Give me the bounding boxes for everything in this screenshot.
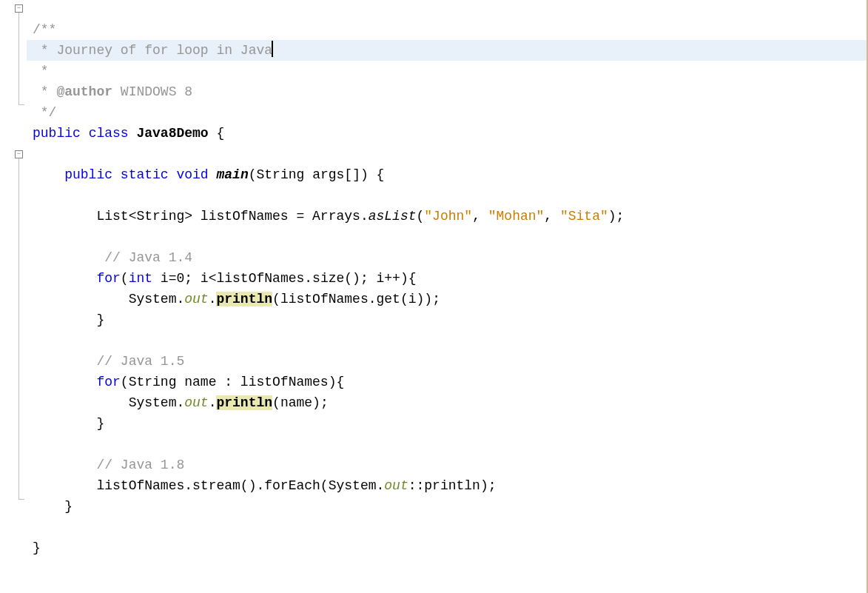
code-line: System.out.println(listOfNames.get(i)); [27, 289, 867, 309]
code-line: */ [27, 102, 867, 123]
code-line: for(int i=0; i<listOfNames.size(); i++){ [27, 268, 867, 289]
code-line: public static void main(String args[]) { [27, 164, 867, 185]
code-editor: − − /** * Journey of for loop in Java * … [0, 0, 868, 593]
code-area[interactable]: /** * Journey of for loop in Java * * @a… [27, 0, 867, 593]
gutter: − − [0, 0, 27, 593]
code-line: * @author WINDOWS 8 [27, 81, 867, 102]
code-line: } [27, 413, 867, 434]
code-line: } [27, 496, 867, 517]
code-line: System.out.println(name); [27, 392, 867, 413]
code-line: public class Java8Demo { [27, 123, 867, 144]
text-caret [272, 41, 273, 57]
code-line [27, 185, 867, 206]
code-line: // Java 1.8 [27, 455, 867, 475]
fold-icon-javadoc[interactable]: − [15, 4, 23, 13]
code-line: * [27, 61, 867, 81]
code-line [27, 330, 867, 351]
code-line [27, 517, 867, 537]
code-line-active: * Journey of for loop in Java [27, 40, 867, 61]
code-line: // Java 1.4 [27, 247, 867, 268]
code-line: List<String> listOfNames = Arrays.asList… [27, 206, 867, 227]
code-line [27, 434, 867, 455]
fold-icon-method[interactable]: − [15, 150, 23, 158]
code-line: /** [27, 19, 867, 40]
code-line: // Java 1.5 [27, 351, 867, 372]
code-line [27, 227, 867, 247]
code-line: } [27, 537, 867, 558]
code-line: listOfNames.stream().forEach(System.out:… [27, 475, 867, 496]
code-line [27, 144, 867, 164]
code-line: for(String name : listOfNames){ [27, 372, 867, 392]
code-line: } [27, 309, 867, 330]
